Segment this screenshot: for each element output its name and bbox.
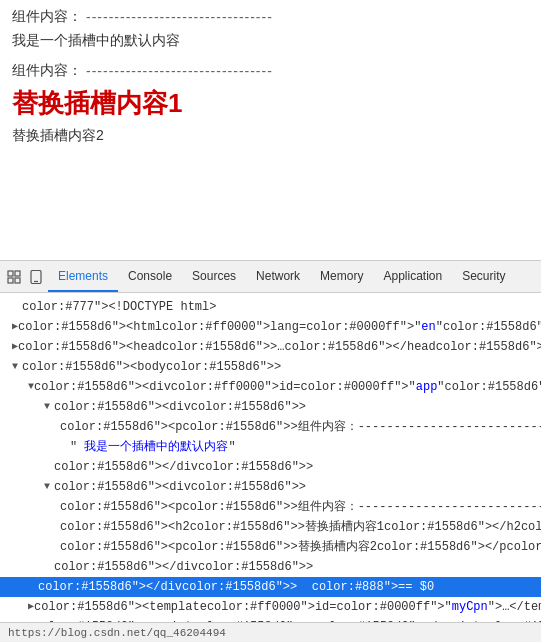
- triangle-down: [44, 478, 54, 496]
- code-content: color:#777"><!DOCTYPE html>: [22, 298, 216, 316]
- line1-label: 组件内容：: [12, 8, 82, 26]
- code-line-3[interactable]: color:#1558d6"><bodycolor:#1558d6">>: [0, 357, 541, 377]
- code-line-12[interactable]: color:#1558d6"><pcolor:#1558d6">>替换插槽内容2…: [0, 537, 541, 557]
- slot-subtext: 替换插槽内容2: [12, 127, 529, 145]
- code-content: color:#1558d6"><body: [22, 358, 166, 376]
- svg-rect-1: [15, 271, 20, 276]
- bottom-url: https://blog.csdn.net/qq_46204494: [8, 627, 226, 639]
- code-content: color:#1558d6"></div: [54, 458, 198, 476]
- triangle-down: [12, 358, 22, 376]
- line1-dashes: ---------------------------------: [86, 9, 273, 25]
- elements-panel: color:#777"><!DOCTYPE html>color:#1558d6…: [0, 293, 541, 622]
- svg-rect-0: [8, 271, 13, 276]
- code-content: color:#1558d6"><div: [54, 478, 191, 496]
- devtools-tabs: Elements Console Sources Network Memory …: [48, 261, 516, 292]
- code-content: color:#1558d6"><head: [18, 338, 162, 356]
- code-content: color:#1558d6"><div: [54, 398, 191, 416]
- mobile-icon[interactable]: [26, 267, 46, 287]
- code-content: color:#1558d6"><p: [60, 498, 182, 516]
- code-line-15[interactable]: color:#1558d6"><template color:#ff0000">…: [0, 597, 541, 617]
- code-content: color:#1558d6"></div: [54, 558, 198, 576]
- tab-security[interactable]: Security: [452, 261, 515, 292]
- code-content: " 我是一个插槽中的默认内容": [70, 438, 236, 456]
- svg-rect-3: [15, 278, 20, 283]
- tab-memory[interactable]: Memory: [310, 261, 373, 292]
- slot-heading: 替换插槽内容1: [12, 86, 529, 121]
- default-slot-text: 我是一个插槽中的默认内容: [12, 32, 529, 50]
- devtools-panel: Elements Console Sources Network Memory …: [0, 260, 541, 642]
- code-line-0[interactable]: color:#777"><!DOCTYPE html>: [0, 297, 541, 317]
- triangle-down: [44, 398, 54, 416]
- code-content: color:#1558d6"><p: [60, 418, 182, 436]
- code-line-9[interactable]: color:#1558d6"><divcolor:#1558d6">>: [0, 477, 541, 497]
- line2-dashes: ---------------------------------: [86, 63, 273, 79]
- code-line-1[interactable]: color:#1558d6"><html color:#ff0000">lang…: [0, 317, 541, 337]
- tab-elements[interactable]: Elements: [48, 261, 118, 292]
- code-content: color:#1558d6"><p: [60, 538, 182, 556]
- code-line-2[interactable]: color:#1558d6"><headcolor:#1558d6">>…col…: [0, 337, 541, 357]
- code-line-8[interactable]: color:#1558d6"></divcolor:#1558d6">>: [0, 457, 541, 477]
- line2-row: 组件内容： ---------------------------------: [12, 62, 529, 80]
- tab-application[interactable]: Application: [373, 261, 452, 292]
- line2-label: 组件内容：: [12, 62, 82, 80]
- code-line-10[interactable]: color:#1558d6"><pcolor:#1558d6">>组件内容：--…: [0, 497, 541, 517]
- tab-network[interactable]: Network: [246, 261, 310, 292]
- devtools-bottom-bar: https://blog.csdn.net/qq_46204494: [0, 622, 541, 642]
- content-area: 组件内容： --------------------------------- …: [0, 0, 541, 260]
- code-line-13[interactable]: color:#1558d6"></divcolor:#1558d6">>: [0, 557, 541, 577]
- tab-sources[interactable]: Sources: [182, 261, 246, 292]
- line1-row: 组件内容： ---------------------------------: [12, 8, 529, 26]
- code-content: color:#1558d6"><div: [34, 378, 171, 396]
- code-content: color:#1558d6"></div: [38, 578, 182, 596]
- code-content: color:#1558d6"><html: [18, 318, 162, 336]
- code-line-7[interactable]: " 我是一个插槽中的默认内容": [0, 437, 541, 457]
- code-content: color:#1558d6"><template: [34, 598, 207, 616]
- code-line-4[interactable]: color:#1558d6"><div color:#ff0000">id=co…: [0, 377, 541, 397]
- inspect-icon[interactable]: [4, 267, 24, 287]
- tab-console[interactable]: Console: [118, 261, 182, 292]
- code-line-11[interactable]: color:#1558d6"><h2color:#1558d6">>替换插槽内容…: [0, 517, 541, 537]
- code-line-14[interactable]: color:#1558d6"></divcolor:#1558d6">> col…: [0, 577, 541, 597]
- code-line-6[interactable]: color:#1558d6"><pcolor:#1558d6">>组件内容：--…: [0, 417, 541, 437]
- svg-rect-2: [8, 278, 13, 283]
- code-line-5[interactable]: color:#1558d6"><divcolor:#1558d6">>: [0, 397, 541, 417]
- devtools-toolbar: Elements Console Sources Network Memory …: [0, 261, 541, 293]
- code-content: color:#1558d6"><h2: [60, 518, 190, 536]
